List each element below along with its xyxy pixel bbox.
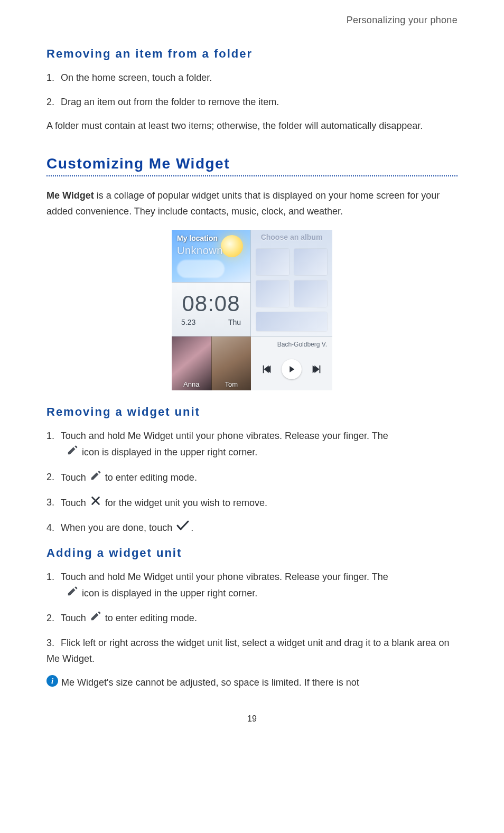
album-tile: Choose an album: [251, 230, 332, 336]
step-text: Touch and hold Me Widget until your phon…: [61, 430, 388, 441]
step-4: 4. When you are done, touch .: [46, 520, 458, 537]
step-text: Touch and hold Me Widget until your phon…: [61, 572, 388, 582]
step-text: On the home screen, touch a folder.: [61, 72, 212, 83]
step-2: 2. Touch to enter editing mode.: [46, 610, 458, 627]
album-placeholder: [294, 249, 327, 275]
prev-track-icon: [259, 361, 275, 377]
steps-adding-widget-unit: 1. Touch and hold Me Widget until your p…: [46, 569, 458, 667]
check-icon: [176, 520, 190, 537]
contacts-tile: Anna Tom: [172, 336, 251, 390]
step-3: 3. Touch for the widget unit you wish to…: [46, 495, 458, 512]
step-1: 1. Touch and hold Me Widget until your p…: [46, 428, 458, 461]
info-icon: i: [46, 675, 58, 687]
contact-anna: Anna: [172, 336, 211, 390]
step-text-a: When you are done, touch: [61, 522, 172, 533]
step-text-a: Touch: [61, 472, 86, 482]
clock-tile: 08:08 5.23 Thu: [172, 283, 251, 336]
step-1: 1. Touch and hold Me Widget until your p…: [46, 569, 458, 602]
heading-removing-item: Removing an item from a folder: [46, 47, 458, 61]
contact-name: Anna: [183, 380, 199, 388]
step-text-b: .: [191, 522, 193, 533]
clock-dateline: 5.23 Thu: [172, 315, 250, 326]
music-controls: [251, 351, 332, 390]
step-text-b: to enter editing mode.: [105, 472, 197, 482]
pencil-icon: [90, 610, 101, 627]
me-widget-grid: My location Unknown Choose an album 08:0…: [172, 230, 332, 390]
music-tile: Bach-Goldberg V.: [251, 336, 332, 390]
step-3: 3. Flick left or right across the widget…: [46, 635, 458, 667]
intro-rest: is a collage of popular widget units tha…: [46, 190, 440, 217]
contact-tom: Tom: [211, 336, 251, 390]
album-placeholder: [256, 312, 327, 331]
clock-date: 5.23: [181, 318, 195, 326]
pencil-icon: [67, 444, 78, 461]
album-placeholder: [256, 249, 289, 275]
step-text-b: for the widget unit you wish to remove.: [105, 497, 267, 508]
album-placeholder: [294, 280, 327, 307]
step-text-cont: icon is displayed in the upper right cor…: [82, 447, 257, 457]
steps-removing-item: 1. On the home screen, touch a folder. 2…: [46, 70, 458, 110]
info-note-text: Me Widget's size cannot be adjusted, so …: [61, 675, 359, 691]
clock-time: 08:08: [182, 293, 240, 315]
album-placeholder: [256, 280, 289, 307]
steps-removing-widget-unit: 1. Touch and hold Me Widget until your p…: [46, 428, 458, 536]
contact-name: Tom: [225, 380, 238, 388]
section-divider: [46, 175, 458, 176]
me-widget-figure: My location Unknown Choose an album 08:0…: [46, 230, 458, 390]
step-text-b: to enter editing mode.: [105, 613, 197, 623]
step-text: Flick left or right across the widget un…: [46, 638, 449, 664]
step-text-cont: icon is displayed in the upper right cor…: [82, 587, 257, 598]
pencil-icon: [90, 470, 101, 486]
step-text: Drag an item out from the folder to remo…: [61, 97, 279, 107]
heading-customizing-me-widget: Customizing Me Widget: [46, 155, 458, 172]
play-icon: [282, 359, 302, 379]
pencil-icon: [67, 585, 78, 602]
page-number: 19: [46, 714, 458, 724]
step-text-a: Touch: [61, 497, 86, 508]
page-header: Personalizing your phone: [46, 15, 458, 26]
step-1: 1. On the home screen, touch a folder.: [46, 70, 458, 86]
step-2: 2. Touch to enter editing mode.: [46, 470, 458, 486]
folder-note: A folder must contain at least two items…: [46, 118, 458, 134]
x-icon: [90, 495, 101, 512]
intro-bold: Me Widget: [46, 190, 94, 201]
weather-location-label: My location: [177, 234, 218, 242]
next-track-icon: [309, 361, 324, 377]
step-text-a: Touch: [61, 613, 86, 623]
info-note: i Me Widget's size cannot be adjusted, s…: [46, 675, 458, 691]
weather-location-value: Unknown: [177, 245, 223, 257]
me-widget-intro: Me Widget is a collage of popular widget…: [46, 188, 458, 219]
album-title: Choose an album: [251, 233, 332, 241]
music-track: Bach-Goldberg V.: [251, 336, 332, 351]
sun-icon: [221, 235, 243, 257]
clock-day: Thu: [228, 318, 241, 326]
heading-removing-widget-unit: Removing a widget unit: [46, 405, 458, 419]
cloud-icon: [177, 260, 225, 278]
step-2: 2. Drag an item out from the folder to r…: [46, 95, 458, 110]
heading-adding-widget-unit: Adding a widget unit: [46, 546, 458, 560]
weather-tile: My location Unknown: [172, 230, 251, 283]
